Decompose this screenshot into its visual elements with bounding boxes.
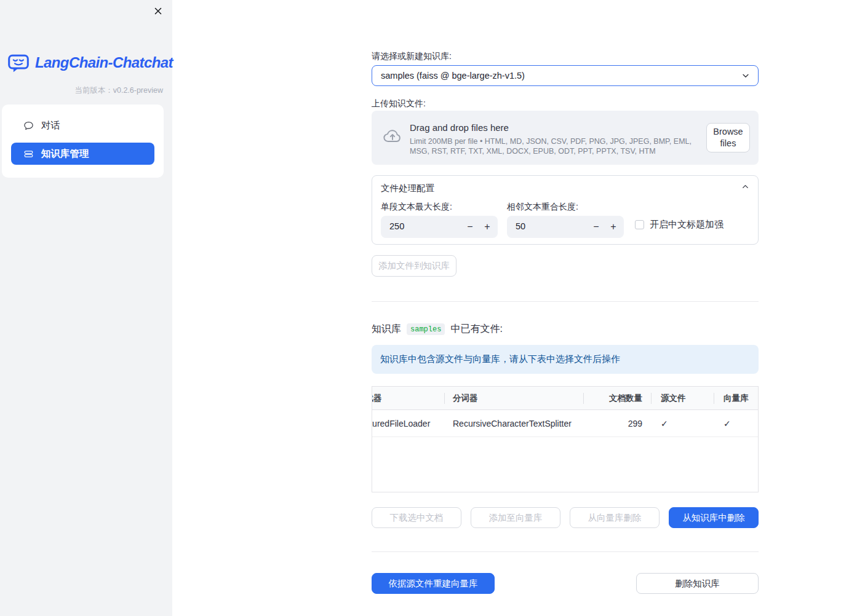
table-header-row: 文档加载器 分词器 文档数量 源文件 向量库 xyxy=(372,387,759,410)
cell-doc-count: 299 xyxy=(583,419,651,428)
kb-select-label: 请选择或新建知识库: xyxy=(372,51,452,62)
kb-files-heading: 知识库 samples 中已有文件: xyxy=(372,323,503,336)
chevron-down-icon xyxy=(741,71,751,81)
file-config-expander: 文件处理配置 单段文本最大长度: 相邻文本重合长度: 250 − + 50 − … xyxy=(372,175,759,245)
knowledge-base-icon xyxy=(23,149,34,159)
chunk-size-input[interactable]: 250 − + xyxy=(381,216,498,238)
info-alert: 知识库中包含源文件与向量库，请从下表中选择文件后操作 xyxy=(372,345,759,374)
sidebar-item-knowledge-base[interactable]: 知识库管理 xyxy=(11,143,154,165)
chunk-overlap-value: 50 xyxy=(516,221,525,231)
chunk-size-label: 单段文本最大长度: xyxy=(381,202,452,213)
chat-bubble-icon xyxy=(23,120,34,131)
version-line: 当前版本：v0.2.6-preview xyxy=(74,85,163,96)
file-dropzone[interactable]: Drag and drop files here Limit 200MB per… xyxy=(372,111,759,165)
download-selected-button[interactable]: 下载选中文档 xyxy=(372,507,461,528)
decrement-button[interactable]: − xyxy=(461,216,479,238)
sidebar-item-label: 对话 xyxy=(41,119,60,132)
divider xyxy=(372,551,759,552)
upload-label: 上传知识文件: xyxy=(372,98,426,109)
file-action-buttons: 下载选中文档 添加至向量库 从向量库删除 从知识库中删除 xyxy=(372,507,759,528)
column-header-splitter[interactable]: 分词器 xyxy=(444,387,583,409)
column-header-loader[interactable]: 文档加载器 xyxy=(372,387,444,409)
column-header-source-file[interactable]: 源文件 xyxy=(651,387,714,409)
column-header-doc-count[interactable]: 文档数量 xyxy=(583,387,651,409)
column-header-vector-store[interactable]: 向量库 xyxy=(714,387,759,409)
sidebar-nav: 对话 知识库管理 xyxy=(2,105,164,178)
info-alert-text: 知识库中包含源文件与向量库，请从下表中选择文件后操作 xyxy=(380,353,620,365)
sidebar-item-label: 知识库管理 xyxy=(41,148,89,160)
increment-button[interactable]: + xyxy=(604,216,623,238)
chatchat-logo-icon xyxy=(7,52,30,74)
rebuild-vector-store-button[interactable]: 依据源文件重建向量库 xyxy=(372,573,495,594)
app-title: LangChain-Chatchat xyxy=(35,54,173,71)
sidebar-close-button[interactable] xyxy=(152,5,164,17)
cell-splitter: RecursiveCharacterTextSplitter xyxy=(444,419,583,428)
table-row[interactable]: UnstructuredFileLoader RecursiveCharacte… xyxy=(372,410,759,437)
add-files-to-kb-button[interactable]: 添加文件到知识库 xyxy=(372,255,456,277)
app-logo: LangChain-Chatchat xyxy=(7,52,173,74)
dropzone-limit-text: Limit 200MB per file • HTML, MD, JSON, C… xyxy=(410,136,704,156)
kb-files-prefix: 知识库 xyxy=(372,323,401,336)
add-to-vector-store-button[interactable]: 添加至向量库 xyxy=(471,507,560,528)
version-value: v0.2.6-preview xyxy=(113,86,163,95)
kb-files-table[interactable]: 文档加载器 分词器 文档数量 源文件 向量库 UnstructuredFileL… xyxy=(372,386,759,492)
increment-button[interactable]: + xyxy=(478,216,496,238)
chevron-up-icon xyxy=(741,182,750,191)
chunk-overlap-label: 相邻文本重合长度: xyxy=(507,202,578,213)
zh-title-enhance-checkbox[interactable] xyxy=(635,220,644,229)
kb-files-suffix: 中已有文件: xyxy=(450,323,502,336)
expander-title: 文件处理配置 xyxy=(381,183,434,194)
app-page: LangChain-Chatchat 当前版本：v0.2.6-preview 对… xyxy=(0,0,849,616)
kb-select-value: samples (faiss @ bge-large-zh-v1.5) xyxy=(381,71,741,81)
expander-header[interactable]: 文件处理配置 xyxy=(372,176,758,198)
delete-from-kb-button[interactable]: 从知识库中删除 xyxy=(669,507,759,528)
upload-cloud-icon xyxy=(382,127,403,144)
sidebar: LangChain-Chatchat 当前版本：v0.2.6-preview 对… xyxy=(0,0,172,616)
cell-vector-store-check: ✓ xyxy=(714,419,759,428)
kb-name-code: samples xyxy=(407,323,445,335)
cell-loader: UnstructuredFileLoader xyxy=(372,419,444,428)
kb-select-dropdown[interactable]: samples (faiss @ bge-large-zh-v1.5) xyxy=(372,65,759,86)
dropzone-instruction: Drag and drop files here xyxy=(410,122,509,133)
chunk-overlap-input[interactable]: 50 − + xyxy=(507,216,624,238)
kb-management-buttons: 依据源文件重建向量库 删除知识库 xyxy=(372,573,759,594)
divider xyxy=(372,301,759,302)
main-content: 请选择或新建知识库: samples (faiss @ bge-large-zh… xyxy=(372,0,759,616)
delete-kb-button[interactable]: 删除知识库 xyxy=(636,573,759,594)
sidebar-item-chat[interactable]: 对话 xyxy=(11,114,154,136)
cell-source-file-check: ✓ xyxy=(651,419,714,428)
browse-files-button[interactable]: Browse files xyxy=(706,123,750,152)
table-scroll-content: 文档加载器 分词器 文档数量 源文件 向量库 UnstructuredFileL… xyxy=(372,387,759,437)
delete-from-vector-store-button[interactable]: 从向量库删除 xyxy=(570,507,660,528)
version-label: 当前版本： xyxy=(74,86,113,95)
zh-title-enhance-label: 开启中文标题加强 xyxy=(650,219,723,231)
decrement-button[interactable]: − xyxy=(587,216,605,238)
chunk-size-value: 250 xyxy=(389,221,404,231)
close-icon xyxy=(153,6,164,17)
